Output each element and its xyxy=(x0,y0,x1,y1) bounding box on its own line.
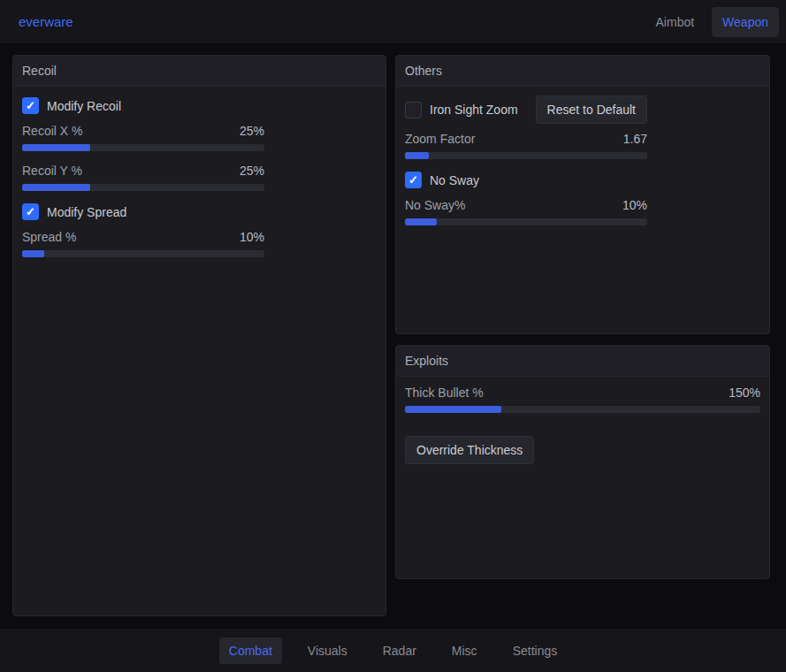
recoil-panel-title: Recoil xyxy=(13,56,385,87)
zoom-factor-slider-group: Zoom Factor 1.67 xyxy=(405,132,647,159)
recoil-x-slider-group: Recoil X % 25% xyxy=(22,124,264,151)
no-sway-label: No Sway xyxy=(430,173,479,187)
iron-sight-zoom-row: ✓ Iron Sight Zoom Reset to Default xyxy=(405,95,647,124)
recoil-y-labels: Recoil Y % 25% xyxy=(22,164,264,178)
modify-spread-checkbox[interactable]: ✓ xyxy=(22,203,39,220)
exploits-panel-body: Thick Bullet % 150% Override Thickness xyxy=(396,377,769,473)
spread-slider-group: Spread % 10% xyxy=(22,230,264,257)
recoil-y-label: Recoil Y % xyxy=(22,164,82,178)
slider-fill xyxy=(405,218,437,225)
reset-to-default-button[interactable]: Reset to Default xyxy=(536,95,647,124)
iron-sight-zoom-group: ✓ Iron Sight Zoom xyxy=(405,102,518,118)
thick-bullet-slider[interactable] xyxy=(405,406,760,413)
override-thickness-button[interactable]: Override Thickness xyxy=(405,436,534,464)
recoil-panel-body: ✓ Modify Recoil Recoil X % 25% Recoil xyxy=(13,87,385,279)
spread-labels: Spread % 10% xyxy=(22,230,264,244)
no-sway-pct-labels: No Sway% 10% xyxy=(405,198,647,212)
others-panel-title: Others xyxy=(396,56,769,87)
tab-aimbot[interactable]: Aimbot xyxy=(645,7,706,37)
thick-bullet-slider-group: Thick Bullet % 150% xyxy=(405,386,760,413)
checkmark-icon: ✓ xyxy=(26,100,35,111)
bottom-tab-bar: Combat Visuals Radar Misc Settings xyxy=(0,628,786,672)
spread-label: Spread % xyxy=(22,230,76,244)
modify-spread-label: Modify Spread xyxy=(47,205,126,219)
tab-weapon[interactable]: Weapon xyxy=(712,7,779,37)
thick-bullet-label: Thick Bullet % xyxy=(405,386,484,400)
zoom-factor-labels: Zoom Factor 1.67 xyxy=(405,132,647,146)
modify-recoil-row: ✓ Modify Recoil xyxy=(22,97,377,114)
recoil-x-value: 25% xyxy=(240,124,264,138)
spread-value: 10% xyxy=(240,230,264,244)
thick-bullet-labels: Thick Bullet % 150% xyxy=(405,386,760,400)
tab-settings[interactable]: Settings xyxy=(503,638,568,664)
slider-fill xyxy=(22,250,44,257)
iron-sight-zoom-label: Iron Sight Zoom xyxy=(430,103,518,117)
no-sway-row: ✓ No Sway xyxy=(405,172,760,188)
no-sway-checkbox[interactable]: ✓ xyxy=(405,172,422,188)
spread-slider[interactable] xyxy=(22,250,264,257)
tab-combat[interactable]: Combat xyxy=(219,638,282,664)
slider-fill xyxy=(405,406,501,413)
exploits-panel: Exploits Thick Bullet % 150% Override Th… xyxy=(395,345,770,579)
checkmark-icon: ✓ xyxy=(26,206,35,218)
top-tab-bar: Aimbot Weapon xyxy=(645,7,779,37)
recoil-x-slider[interactable] xyxy=(22,144,264,151)
recoil-panel: Recoil ✓ Modify Recoil Recoil X % 25% xyxy=(12,55,386,616)
slider-fill xyxy=(22,144,90,151)
brand-logo: everware xyxy=(19,14,73,29)
no-sway-pct-label: No Sway% xyxy=(405,198,465,212)
iron-sight-zoom-checkbox[interactable]: ✓ xyxy=(405,102,422,118)
slider-fill xyxy=(22,184,90,191)
recoil-x-labels: Recoil X % 25% xyxy=(22,124,264,138)
zoom-factor-slider[interactable] xyxy=(405,152,647,159)
zoom-factor-label: Zoom Factor xyxy=(405,132,475,146)
no-sway-pct-slider[interactable] xyxy=(405,218,647,225)
right-column: Others ✓ Iron Sight Zoom Reset to Defaul… xyxy=(395,55,770,617)
tab-radar[interactable]: Radar xyxy=(373,638,426,664)
thick-bullet-value: 150% xyxy=(729,386,760,400)
others-panel: Others ✓ Iron Sight Zoom Reset to Defaul… xyxy=(395,55,770,334)
no-sway-pct-value: 10% xyxy=(622,198,647,212)
zoom-factor-value: 1.67 xyxy=(623,132,647,146)
top-bar: everware Aimbot Weapon xyxy=(0,0,786,44)
recoil-y-value: 25% xyxy=(240,164,264,178)
main-content: Recoil ✓ Modify Recoil Recoil X % 25% xyxy=(0,44,786,628)
recoil-x-label: Recoil X % xyxy=(22,124,82,138)
recoil-y-slider-group: Recoil Y % 25% xyxy=(22,164,264,191)
modify-recoil-checkbox[interactable]: ✓ xyxy=(22,97,39,114)
checkmark-icon: ✓ xyxy=(408,174,418,186)
modify-recoil-label: Modify Recoil xyxy=(47,99,121,113)
exploits-panel-title: Exploits xyxy=(396,346,769,377)
tab-misc[interactable]: Misc xyxy=(442,638,487,664)
app-window: everware Aimbot Weapon Recoil ✓ Modify R… xyxy=(0,0,786,672)
others-panel-body: ✓ Iron Sight Zoom Reset to Default Zoom … xyxy=(396,87,769,247)
recoil-y-slider[interactable] xyxy=(22,184,264,191)
modify-spread-row: ✓ Modify Spread xyxy=(22,203,377,220)
no-sway-pct-slider-group: No Sway% 10% xyxy=(405,198,647,225)
tab-visuals[interactable]: Visuals xyxy=(298,638,357,664)
slider-fill xyxy=(405,152,429,159)
